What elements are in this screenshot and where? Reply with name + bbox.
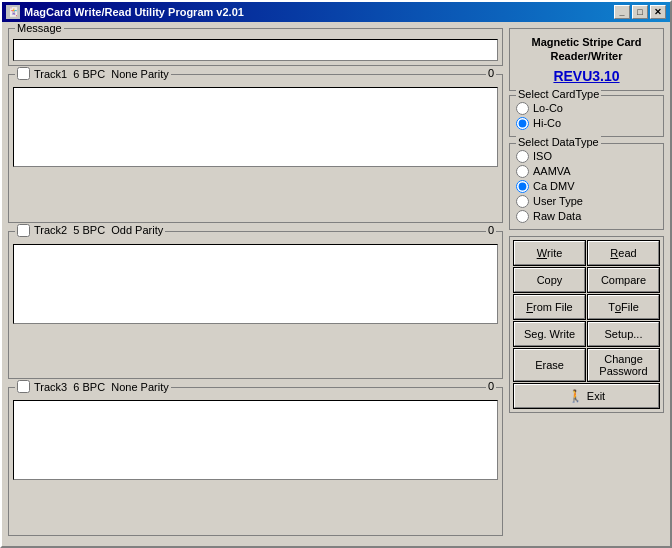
exit-icon: 🚶: [568, 389, 583, 403]
window-controls: _ □ ✕: [614, 5, 666, 19]
data-type-rawdata-row: Raw Data: [516, 210, 657, 223]
track3-textarea[interactable]: [13, 400, 498, 480]
seg-write-button[interactable]: Seg. Write: [514, 322, 585, 346]
data-type-usertype-row: User Type: [516, 195, 657, 208]
track1-label: Track1 6 BPC None Parity: [15, 67, 171, 80]
data-type-rawdata-label: Raw Data: [533, 210, 581, 222]
from-file-button[interactable]: From File: [514, 295, 585, 319]
track2-label: Track2 5 BPC Odd Parity: [15, 224, 165, 237]
title-bar: 🃏 MagCard Write/Read Utility Program v2.…: [2, 2, 670, 22]
copy-button[interactable]: Copy: [514, 268, 585, 292]
reader-info-box: Magnetic Stripe Card Reader/Writer REVU3…: [509, 28, 664, 91]
track1-group: Track1 6 BPC None Parity 0: [8, 74, 503, 223]
to-file-button[interactable]: To File: [588, 295, 659, 319]
card-type-hico-label: Hi-Co: [533, 117, 561, 129]
track3-value: 0: [486, 380, 496, 392]
card-type-loco-radio[interactable]: [516, 102, 529, 115]
card-type-hico-row: Hi-Co: [516, 117, 657, 130]
card-type-label: Select CardType: [516, 88, 601, 100]
data-type-aamva-label: AAMVA: [533, 165, 571, 177]
track1-value: 0: [486, 67, 496, 79]
data-type-aamva-row: AAMVA: [516, 165, 657, 178]
window-title: MagCard Write/Read Utility Program v2.01: [24, 6, 244, 18]
change-password-button[interactable]: Change Password: [588, 349, 659, 381]
card-type-group: Select CardType Lo-Co Hi-Co: [509, 95, 664, 137]
data-type-rawdata-radio[interactable]: [516, 210, 529, 223]
erase-button[interactable]: Erase: [514, 349, 585, 381]
setup-button[interactable]: Setup...: [588, 322, 659, 346]
compare-button[interactable]: Compare: [588, 268, 659, 292]
reader-version: REVU3.10: [516, 68, 657, 84]
main-window: 🃏 MagCard Write/Read Utility Program v2.…: [0, 0, 672, 548]
read-button[interactable]: Read: [588, 241, 659, 265]
message-input[interactable]: [13, 39, 498, 61]
card-type-loco-label: Lo-Co: [533, 102, 563, 114]
track3-name: Track3 6 BPC None Parity: [34, 381, 169, 393]
track2-checkbox[interactable]: [17, 224, 30, 237]
data-type-cadmv-radio[interactable]: [516, 180, 529, 193]
track1-checkbox[interactable]: [17, 67, 30, 80]
card-type-loco-row: Lo-Co: [516, 102, 657, 115]
data-type-iso-label: ISO: [533, 150, 552, 162]
track1-name: Track1 6 BPC None Parity: [34, 68, 169, 80]
track3-checkbox[interactable]: [17, 380, 30, 393]
track2-textarea[interactable]: [13, 244, 498, 324]
right-panel: Magnetic Stripe Card Reader/Writer REVU3…: [509, 28, 664, 540]
data-type-cadmv-label: Ca DMV: [533, 180, 575, 192]
app-icon: 🃏: [6, 5, 20, 19]
data-type-aamva-radio[interactable]: [516, 165, 529, 178]
data-type-iso-radio[interactable]: [516, 150, 529, 163]
window-body: Message Track1 6 BPC None Parity 0 Track…: [2, 22, 670, 546]
write-button[interactable]: Write: [514, 241, 585, 265]
track3-label: Track3 6 BPC None Parity: [15, 380, 171, 393]
track3-group: Track3 6 BPC None Parity 0: [8, 387, 503, 536]
data-type-label: Select DataType: [516, 136, 601, 148]
exit-button[interactable]: 🚶 Exit: [514, 384, 659, 408]
data-type-usertype-radio[interactable]: [516, 195, 529, 208]
track1-textarea[interactable]: [13, 87, 498, 167]
maximize-button[interactable]: □: [632, 5, 648, 19]
exit-label: Exit: [587, 390, 605, 402]
card-type-hico-radio[interactable]: [516, 117, 529, 130]
message-label: Message: [15, 22, 64, 34]
left-panel: Message Track1 6 BPC None Parity 0 Track…: [8, 28, 503, 540]
track2-value: 0: [486, 224, 496, 236]
track2-group: Track2 5 BPC Odd Parity 0: [8, 231, 503, 380]
data-type-usertype-label: User Type: [533, 195, 583, 207]
track2-name: Track2 5 BPC Odd Parity: [34, 224, 163, 236]
reader-title: Magnetic Stripe Card Reader/Writer: [516, 35, 657, 64]
data-type-cadmv-row: Ca DMV: [516, 180, 657, 193]
close-button[interactable]: ✕: [650, 5, 666, 19]
data-type-group: Select DataType ISO AAMVA Ca DMV User Ty…: [509, 143, 664, 230]
minimize-button[interactable]: _: [614, 5, 630, 19]
buttons-panel: Write Read Copy Compare From File To Fil…: [509, 236, 664, 413]
data-type-iso-row: ISO: [516, 150, 657, 163]
message-group: Message: [8, 28, 503, 66]
